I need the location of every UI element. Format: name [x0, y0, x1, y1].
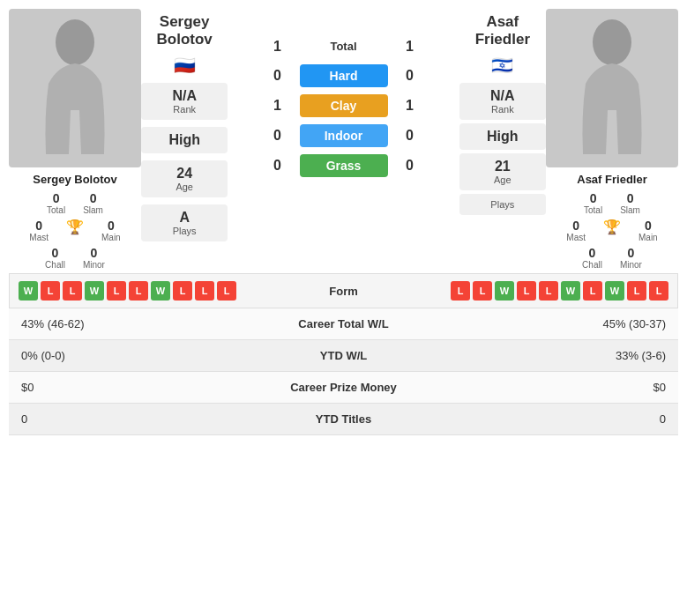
comp-right-val: 33% (3-6) [487, 340, 678, 372]
form-section: WLLWLLWLLL Form LLWLLWLWLL [9, 273, 678, 308]
indoor-score-right: 0 [397, 128, 423, 144]
surface-row-total: 1 Total 1 [265, 35, 423, 57]
badge-total: Total [300, 35, 388, 57]
badge-hard: Hard [300, 64, 388, 87]
form-badge-l: L [539, 281, 558, 301]
right-chall: 0 Chall [582, 246, 602, 270]
grass-score-right: 0 [397, 158, 423, 174]
right-center-name: Asaf Friedler [459, 13, 546, 49]
left-player-name: Sergey Bolotov [33, 173, 116, 186]
left-stats-row1: 0 Total 0 Slam [47, 191, 103, 215]
form-badge-w: W [561, 281, 580, 301]
surface-row-indoor: 0 Indoor 0 [265, 124, 423, 147]
total-score-left: 1 [265, 39, 291, 55]
left-flag: 🇷🇺 [174, 55, 196, 76]
grass-score-left: 0 [265, 158, 291, 174]
form-badge-l: L [583, 281, 602, 301]
form-badge-l: L [195, 281, 214, 301]
left-player-photo [9, 9, 141, 167]
right-stats-row3: 0 Chall 0 Minor [582, 246, 642, 270]
form-badge-l: L [473, 281, 492, 301]
right-minor: 0 Minor [620, 246, 642, 270]
left-mast: 0 Mast [29, 219, 49, 242]
comp-right-val: $0 [487, 372, 678, 404]
comp-label: Career Total W/L [200, 308, 486, 340]
right-slam: 0 Slam [620, 191, 640, 215]
comparison-row: 0 YTD Titles 0 [9, 404, 678, 435]
right-rank-box: N/A Rank [459, 83, 546, 120]
badge-indoor: Indoor [300, 124, 388, 147]
surface-row-hard: 0 Hard 0 [265, 64, 423, 87]
comparison-row: $0 Career Prize Money $0 [9, 372, 678, 404]
right-player-silhouette [572, 18, 652, 159]
left-rank-box: N/A Rank [141, 83, 228, 120]
left-minor: 0 Minor [83, 246, 105, 270]
form-badge-l: L [451, 281, 470, 301]
right-player-card: Asaf Friedler 0 Total 0 Slam 0 Mast [546, 9, 678, 273]
left-plays-box: A Plays [141, 204, 228, 241]
form-badge-l: L [41, 281, 60, 301]
comp-left-val: 0% (0-0) [9, 340, 200, 372]
right-height-value: High [468, 129, 537, 145]
right-rank-value: N/A [468, 88, 537, 104]
hard-score-right: 0 [397, 68, 423, 84]
form-badge-l: L [173, 281, 192, 301]
right-main: 0 Main [638, 219, 658, 242]
svg-point-1 [593, 19, 631, 65]
left-height-box: High [141, 127, 228, 153]
comp-left-val: $0 [9, 372, 200, 404]
comp-label: YTD Titles [200, 404, 486, 435]
form-badge-l: L [63, 281, 82, 301]
left-rank-value: N/A [150, 88, 219, 104]
right-trophy: 🏆 [603, 219, 621, 242]
form-badge-w: W [495, 281, 514, 301]
left-height-value: High [150, 132, 219, 148]
comp-label: YTD W/L [200, 340, 486, 372]
left-chall: 0 Chall [45, 246, 65, 270]
right-stats-row2: 0 Mast 🏆 0 Main [566, 219, 657, 242]
left-player-silhouette [35, 18, 115, 159]
form-badge-l: L [649, 281, 668, 301]
comp-right-val: 45% (30-37) [487, 308, 678, 340]
right-plays-box: Plays [459, 194, 546, 215]
form-badge-w: W [151, 281, 170, 301]
form-label: Form [329, 285, 358, 298]
top-area: Sergey Bolotov 0 Total 0 Slam 0 Mast [9, 9, 678, 273]
form-badge-l: L [627, 281, 646, 301]
right-mast: 0 Mast [566, 219, 586, 242]
comparison-row: 0% (0-0) YTD W/L 33% (3-6) [9, 340, 678, 372]
badge-grass: Grass [300, 154, 388, 177]
badge-clay: Clay [300, 94, 388, 117]
comparison-table: 43% (46-62) Career Total W/L 45% (30-37)… [9, 308, 678, 435]
left-slam: 0 Slam [83, 191, 103, 215]
indoor-score-left: 0 [265, 128, 291, 144]
comp-left-val: 0 [9, 404, 200, 435]
right-player-photo [546, 9, 678, 167]
form-badge-l: L [107, 281, 126, 301]
right-player-stats: 0 Total 0 Slam 0 Mast 🏆 [546, 191, 678, 273]
comp-right-val: 0 [487, 404, 678, 435]
match-center: 1 Total 1 0 Hard 0 1 Clay 1 0 Indoor 0 [228, 9, 459, 184]
trophy-icon-left: 🏆 [66, 219, 84, 235]
total-score-right: 1 [397, 39, 423, 55]
right-height-box: High [459, 123, 546, 150]
left-main: 0 Main [101, 219, 121, 242]
right-total: 0 Total [584, 191, 602, 215]
right-form-badges: LLWLLWLWLL [451, 281, 668, 301]
left-trophy: 🏆 [66, 219, 84, 242]
clay-score-right: 1 [397, 98, 423, 114]
left-player-stats: 0 Total 0 Slam 0 Mast 🏆 [9, 191, 141, 273]
comp-left-val: 43% (46-62) [9, 308, 200, 340]
main-container: Sergey Bolotov 0 Total 0 Slam 0 Mast [0, 0, 687, 444]
hard-score-left: 0 [265, 68, 291, 84]
left-stats-row3: 0 Chall 0 Minor [45, 246, 105, 270]
left-age-box: 24 Age [141, 160, 228, 197]
form-badge-l: L [129, 281, 148, 301]
right-player-name: Asaf Friedler [577, 173, 646, 186]
comp-label: Career Prize Money [200, 372, 486, 404]
right-age-value: 21 [468, 159, 537, 174]
form-badge-l: L [217, 281, 236, 301]
comparison-row: 43% (46-62) Career Total W/L 45% (30-37) [9, 308, 678, 340]
right-flag: 🇮🇱 [491, 55, 513, 76]
left-player-card: Sergey Bolotov 0 Total 0 Slam 0 Mast [9, 9, 141, 273]
